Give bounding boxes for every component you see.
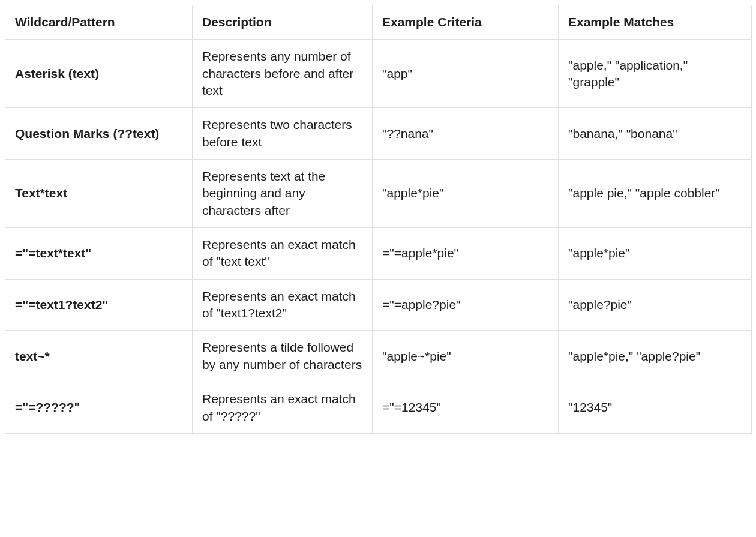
table-row: text~* Represents a tilde followed by an… [5, 331, 752, 382]
header-description: Description [193, 5, 373, 40]
table-row: ="=text*text" Represents an exact match … [5, 228, 752, 280]
cell-matches: "apple pie," "apple cobbler" [559, 160, 752, 228]
header-criteria: Example Criteria [373, 5, 559, 40]
cell-criteria: "apple~*pie" [373, 331, 559, 382]
cell-pattern: ="=text1?text2" [5, 279, 193, 331]
table-row: ="=text1?text2" Represents an exact matc… [5, 279, 752, 331]
cell-matches: "apple*pie," "apple?pie" [559, 331, 752, 382]
cell-criteria: ="=apple*pie" [373, 228, 559, 280]
cell-matches: "apple?pie" [559, 279, 752, 331]
wildcard-patterns-table: Wildcard/Pattern Description Example Cri… [5, 5, 752, 434]
cell-description: Represents an exact match of "?????" [193, 382, 373, 434]
cell-description: Represents a tilde followed by any numbe… [193, 331, 373, 382]
cell-criteria: ="=apple?pie" [373, 279, 559, 331]
header-matches: Example Matches [559, 5, 752, 40]
cell-criteria: "??nana" [373, 108, 559, 160]
cell-criteria: ="=12345" [373, 382, 559, 434]
cell-description: Represents an exact match of "text text" [193, 228, 373, 280]
cell-matches: "12345" [559, 382, 752, 434]
table-row: Question Marks (??text) Represents two c… [5, 108, 752, 160]
cell-description: Represents any number of characters befo… [193, 40, 373, 108]
cell-criteria: "apple*pie" [373, 160, 559, 228]
table-row: ="=?????" Represents an exact match of "… [5, 382, 752, 434]
cell-pattern: Text*text [5, 160, 193, 228]
cell-matches: "apple*pie" [559, 228, 752, 280]
cell-pattern: ="=text*text" [5, 228, 193, 280]
cell-pattern: Asterisk (text) [5, 40, 193, 108]
cell-description: Represents an exact match of "text1?text… [193, 279, 373, 331]
cell-pattern: text~* [5, 331, 193, 382]
cell-description: Represents two characters before text [193, 108, 373, 160]
table-row: Text*text Represents text at the beginni… [5, 160, 752, 228]
header-pattern: Wildcard/Pattern [5, 5, 193, 40]
table-row: Asterisk (text) Represents any number of… [5, 40, 752, 108]
cell-description: Represents text at the beginning and any… [193, 160, 373, 228]
cell-matches: "banana," "bonana" [559, 108, 752, 160]
cell-pattern: Question Marks (??text) [5, 108, 193, 160]
cell-criteria: "app" [373, 40, 559, 108]
table-header-row: Wildcard/Pattern Description Example Cri… [5, 5, 752, 40]
cell-matches: "apple," "application," "grapple" [559, 40, 752, 108]
cell-pattern: ="=?????" [5, 382, 193, 434]
